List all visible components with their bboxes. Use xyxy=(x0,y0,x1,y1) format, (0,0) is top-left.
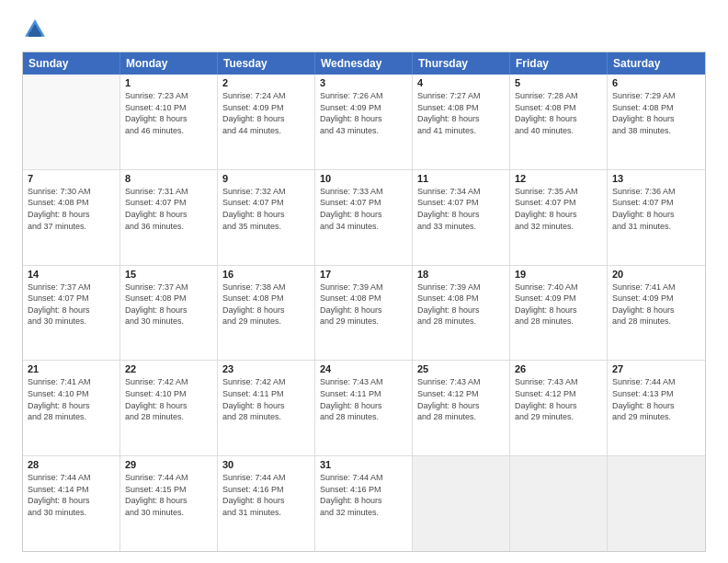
header-day-sunday: Sunday xyxy=(23,52,120,75)
day-cell-2: 2Sunrise: 7:24 AMSunset: 4:09 PMDaylight… xyxy=(218,75,315,169)
day-cell-5: 5Sunrise: 7:28 AMSunset: 4:08 PMDaylight… xyxy=(510,75,608,169)
day-number: 2 xyxy=(222,77,310,88)
day-number: 22 xyxy=(125,363,212,374)
day-number: 7 xyxy=(28,173,115,184)
day-number: 6 xyxy=(612,77,700,88)
day-number: 18 xyxy=(417,269,505,280)
empty-cell xyxy=(23,75,120,169)
page: SundayMondayTuesdayWednesdayThursdayFrid… xyxy=(0,0,728,563)
day-info: Sunrise: 7:24 AMSunset: 4:09 PMDaylight:… xyxy=(222,90,310,136)
day-info: Sunrise: 7:44 AMSunset: 4:14 PMDaylight:… xyxy=(28,472,115,518)
day-info: Sunrise: 7:28 AMSunset: 4:08 PMDaylight:… xyxy=(515,90,602,136)
empty-cell xyxy=(413,456,510,551)
day-number: 26 xyxy=(515,363,602,374)
day-info: Sunrise: 7:27 AMSunset: 4:08 PMDaylight:… xyxy=(417,90,505,136)
day-cell-25: 25Sunrise: 7:43 AMSunset: 4:12 PMDayligh… xyxy=(413,361,510,455)
day-number: 10 xyxy=(320,173,407,184)
day-number: 17 xyxy=(320,269,407,280)
day-cell-19: 19Sunrise: 7:40 AMSunset: 4:09 PMDayligh… xyxy=(510,266,608,361)
day-number: 29 xyxy=(125,459,212,470)
header-day-friday: Friday xyxy=(510,52,608,75)
logo-icon xyxy=(22,17,48,42)
logo xyxy=(22,17,51,42)
day-number: 12 xyxy=(515,173,602,184)
empty-cell xyxy=(608,456,705,551)
day-cell-30: 30Sunrise: 7:44 AMSunset: 4:16 PMDayligh… xyxy=(218,456,315,551)
day-info: Sunrise: 7:32 AMSunset: 4:07 PMDaylight:… xyxy=(222,186,310,232)
day-cell-18: 18Sunrise: 7:39 AMSunset: 4:08 PMDayligh… xyxy=(413,266,510,361)
day-cell-11: 11Sunrise: 7:34 AMSunset: 4:07 PMDayligh… xyxy=(413,170,510,265)
day-info: Sunrise: 7:33 AMSunset: 4:07 PMDaylight:… xyxy=(320,186,407,232)
day-number: 14 xyxy=(28,269,115,280)
day-info: Sunrise: 7:44 AMSunset: 4:16 PMDaylight:… xyxy=(222,472,310,518)
day-info: Sunrise: 7:26 AMSunset: 4:09 PMDaylight:… xyxy=(320,90,407,136)
day-cell-8: 8Sunrise: 7:31 AMSunset: 4:07 PMDaylight… xyxy=(120,170,218,265)
day-cell-4: 4Sunrise: 7:27 AMSunset: 4:08 PMDaylight… xyxy=(413,75,510,169)
day-number: 21 xyxy=(28,363,115,374)
calendar-body: 1Sunrise: 7:23 AMSunset: 4:10 PMDaylight… xyxy=(23,75,705,551)
day-number: 1 xyxy=(125,77,212,88)
day-info: Sunrise: 7:44 AMSunset: 4:15 PMDaylight:… xyxy=(125,472,212,518)
calendar: SundayMondayTuesdayWednesdayThursdayFrid… xyxy=(22,52,706,552)
day-info: Sunrise: 7:30 AMSunset: 4:08 PMDaylight:… xyxy=(28,186,115,232)
day-cell-20: 20Sunrise: 7:41 AMSunset: 4:09 PMDayligh… xyxy=(608,266,705,361)
day-number: 19 xyxy=(515,269,602,280)
day-number: 3 xyxy=(320,77,407,88)
day-info: Sunrise: 7:29 AMSunset: 4:08 PMDaylight:… xyxy=(612,90,700,136)
day-cell-28: 28Sunrise: 7:44 AMSunset: 4:14 PMDayligh… xyxy=(23,456,120,551)
day-info: Sunrise: 7:39 AMSunset: 4:08 PMDaylight:… xyxy=(417,282,505,327)
day-cell-15: 15Sunrise: 7:37 AMSunset: 4:08 PMDayligh… xyxy=(120,266,218,361)
day-cell-31: 31Sunrise: 7:44 AMSunset: 4:16 PMDayligh… xyxy=(315,456,413,551)
header-day-wednesday: Wednesday xyxy=(315,52,413,75)
day-cell-10: 10Sunrise: 7:33 AMSunset: 4:07 PMDayligh… xyxy=(315,170,413,265)
calendar-row-3: 14Sunrise: 7:37 AMSunset: 4:07 PMDayligh… xyxy=(23,265,705,361)
day-cell-14: 14Sunrise: 7:37 AMSunset: 4:07 PMDayligh… xyxy=(23,266,120,361)
day-info: Sunrise: 7:43 AMSunset: 4:11 PMDaylight:… xyxy=(320,376,407,422)
day-info: Sunrise: 7:43 AMSunset: 4:12 PMDaylight:… xyxy=(417,376,505,422)
day-info: Sunrise: 7:41 AMSunset: 4:10 PMDaylight:… xyxy=(28,376,115,422)
day-number: 24 xyxy=(320,363,407,374)
day-info: Sunrise: 7:38 AMSunset: 4:08 PMDaylight:… xyxy=(222,282,310,327)
day-number: 16 xyxy=(222,269,310,280)
day-number: 15 xyxy=(125,269,212,280)
day-number: 23 xyxy=(222,363,310,374)
header-day-thursday: Thursday xyxy=(413,52,510,75)
day-cell-9: 9Sunrise: 7:32 AMSunset: 4:07 PMDaylight… xyxy=(218,170,315,265)
header-day-tuesday: Tuesday xyxy=(218,52,315,75)
day-number: 30 xyxy=(222,459,310,470)
day-number: 4 xyxy=(417,77,505,88)
day-cell-3: 3Sunrise: 7:26 AMSunset: 4:09 PMDaylight… xyxy=(315,75,413,169)
calendar-row-2: 7Sunrise: 7:30 AMSunset: 4:08 PMDaylight… xyxy=(23,169,705,265)
header-day-saturday: Saturday xyxy=(608,52,705,75)
day-cell-13: 13Sunrise: 7:36 AMSunset: 4:07 PMDayligh… xyxy=(608,170,705,265)
day-cell-21: 21Sunrise: 7:41 AMSunset: 4:10 PMDayligh… xyxy=(23,361,120,455)
day-cell-7: 7Sunrise: 7:30 AMSunset: 4:08 PMDaylight… xyxy=(23,170,120,265)
day-info: Sunrise: 7:31 AMSunset: 4:07 PMDaylight:… xyxy=(125,186,212,232)
day-number: 9 xyxy=(222,173,310,184)
calendar-row-5: 28Sunrise: 7:44 AMSunset: 4:14 PMDayligh… xyxy=(23,455,705,551)
day-info: Sunrise: 7:41 AMSunset: 4:09 PMDaylight:… xyxy=(612,282,700,327)
day-info: Sunrise: 7:35 AMSunset: 4:07 PMDaylight:… xyxy=(515,186,602,232)
day-info: Sunrise: 7:40 AMSunset: 4:09 PMDaylight:… xyxy=(515,282,602,327)
day-cell-27: 27Sunrise: 7:44 AMSunset: 4:13 PMDayligh… xyxy=(608,361,705,455)
day-cell-23: 23Sunrise: 7:42 AMSunset: 4:11 PMDayligh… xyxy=(218,361,315,455)
calendar-header: SundayMondayTuesdayWednesdayThursdayFrid… xyxy=(23,52,705,75)
day-cell-1: 1Sunrise: 7:23 AMSunset: 4:10 PMDaylight… xyxy=(120,75,218,169)
empty-cell xyxy=(510,456,608,551)
day-number: 11 xyxy=(417,173,505,184)
day-info: Sunrise: 7:34 AMSunset: 4:07 PMDaylight:… xyxy=(417,186,505,232)
day-info: Sunrise: 7:23 AMSunset: 4:10 PMDaylight:… xyxy=(125,90,212,136)
day-info: Sunrise: 7:44 AMSunset: 4:13 PMDaylight:… xyxy=(612,376,700,422)
day-number: 31 xyxy=(320,459,407,470)
day-number: 20 xyxy=(612,269,700,280)
day-info: Sunrise: 7:43 AMSunset: 4:12 PMDaylight:… xyxy=(515,376,602,422)
day-cell-24: 24Sunrise: 7:43 AMSunset: 4:11 PMDayligh… xyxy=(315,361,413,455)
calendar-row-1: 1Sunrise: 7:23 AMSunset: 4:10 PMDaylight… xyxy=(23,75,705,169)
day-cell-29: 29Sunrise: 7:44 AMSunset: 4:15 PMDayligh… xyxy=(120,456,218,551)
day-info: Sunrise: 7:42 AMSunset: 4:11 PMDaylight:… xyxy=(222,376,310,422)
day-number: 5 xyxy=(515,77,602,88)
day-number: 27 xyxy=(612,363,700,374)
header-day-monday: Monday xyxy=(120,52,218,75)
day-info: Sunrise: 7:39 AMSunset: 4:08 PMDaylight:… xyxy=(320,282,407,327)
day-number: 28 xyxy=(28,459,115,470)
